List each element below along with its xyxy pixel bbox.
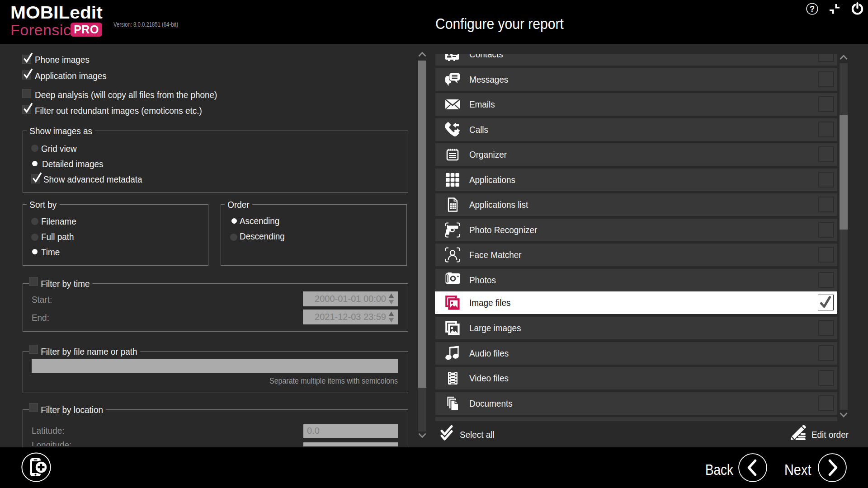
svg-text:?: ? xyxy=(810,5,815,14)
